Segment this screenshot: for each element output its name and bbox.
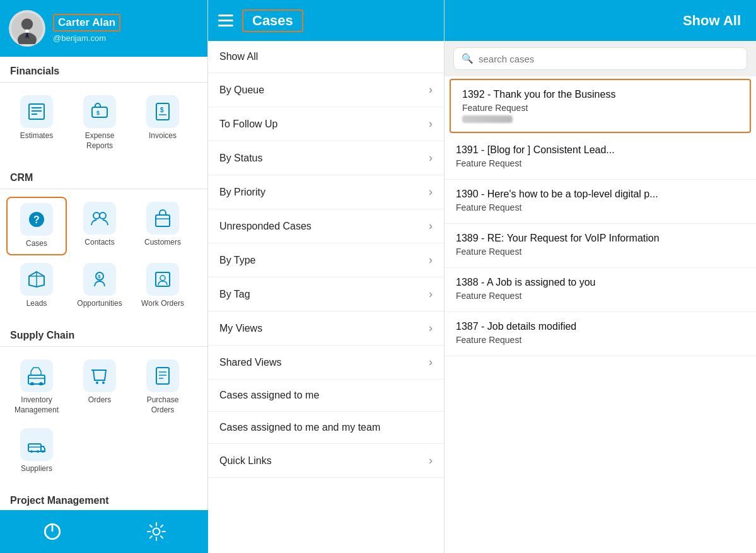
- svg-point-32: [102, 381, 105, 384]
- svg-rect-38: [28, 444, 41, 451]
- sidebar-item-customers[interactable]: Customers: [132, 197, 193, 255]
- hamburger-line-3: [218, 25, 233, 26]
- opps-label: Opportunities: [77, 299, 122, 309]
- power-button[interactable]: [37, 516, 68, 547]
- menu-show-all[interactable]: Show All: [208, 41, 444, 73]
- chevron-icon: ›: [429, 219, 433, 233]
- case-item-1388[interactable]: 1388 - A Job is assigned to you Feature …: [445, 268, 756, 312]
- sidebar-item-work-orders[interactable]: Work Orders: [132, 258, 193, 314]
- menu-by-type[interactable]: By Type ›: [208, 243, 444, 277]
- svg-point-16: [93, 212, 100, 219]
- sidebar-header: Carter Alan @berijam.com: [0, 0, 207, 57]
- hamburger-button[interactable]: [218, 15, 233, 26]
- case-item-1389[interactable]: 1389 - RE: Your Request for VoIP Informa…: [445, 224, 756, 268]
- invoices-icon: $: [153, 102, 172, 121]
- case-title-1388: 1388 - A Job is assigned to you: [456, 277, 745, 288]
- middle-panel: Cases Show All By Queue › To Follow Up ›…: [208, 0, 445, 553]
- sidebar-item-opportunities[interactable]: $ Opportunities: [69, 258, 130, 314]
- svg-rect-34: [156, 368, 169, 384]
- menu-by-queue[interactable]: By Queue ›: [208, 73, 444, 107]
- invoices-label: Invoices: [149, 131, 177, 141]
- case-item-1391[interactable]: 1391 - [Blog for ] Consistent Lead... Fe…: [445, 136, 756, 180]
- search-input[interactable]: [479, 54, 739, 64]
- suppliers-icon: [27, 435, 46, 454]
- orders-icon-box: [83, 359, 116, 392]
- suppliers-icon-box: [20, 428, 53, 461]
- menu-shared-views[interactable]: Shared Views ›: [208, 346, 444, 380]
- sidebar-item-expense-reports[interactable]: $ ExpenseReports: [69, 90, 130, 156]
- menu-by-tag-label: By Tag: [219, 289, 250, 300]
- orders-label: Orders: [88, 395, 112, 405]
- sidebar-item-suppliers[interactable]: Suppliers: [6, 423, 67, 479]
- menu-my-views[interactable]: My Views ›: [208, 311, 444, 346]
- menu-by-status[interactable]: By Status ›: [208, 141, 444, 175]
- cases-label: Cases: [26, 239, 47, 249]
- leads-icon-box: [20, 263, 53, 296]
- crm-divider: [0, 189, 207, 189]
- opps-icon-box: $: [83, 263, 116, 296]
- work-orders-icon: [153, 270, 172, 289]
- menu-shared-views-label: Shared Views: [219, 357, 281, 368]
- svg-text:$: $: [160, 107, 164, 114]
- menu-quick-links[interactable]: Quick Links ›: [208, 444, 444, 478]
- sidebar-item-leads[interactable]: Leads: [6, 258, 67, 314]
- sidebar-item-orders[interactable]: Orders: [69, 354, 130, 420]
- svg-point-28: [30, 382, 34, 385]
- svg-text:$: $: [96, 110, 100, 116]
- sidebar-item-purchase-orders[interactable]: PurchaseOrders: [132, 354, 193, 420]
- menu-assigned-team[interactable]: Cases assigned to me and my team: [208, 412, 444, 444]
- case-title-1391: 1391 - [Blog for ] Consistent Lead...: [456, 144, 745, 156]
- middle-header: Cases: [208, 0, 444, 41]
- sidebar-item-invoices[interactable]: $ Invoices: [132, 90, 193, 156]
- chevron-icon: ›: [429, 288, 433, 301]
- right-header: Show All: [445, 0, 756, 41]
- menu-to-follow-up[interactable]: To Follow Up ›: [208, 107, 444, 141]
- contacts-icon: [90, 209, 109, 228]
- case-type-1390: Feature Request: [456, 202, 745, 212]
- sidebar-item-cases[interactable]: ? Cases: [6, 197, 67, 255]
- crm-grid: ? Cases Contacts: [0, 192, 207, 321]
- power-icon: [42, 521, 62, 542]
- user-info: Carter Alan @berijam.com: [53, 14, 120, 43]
- case-item-1390[interactable]: 1390 - Here's how to be a top-level digi…: [445, 180, 756, 224]
- settings-button[interactable]: [141, 516, 172, 547]
- chevron-icon: ›: [429, 454, 433, 467]
- case-type-1389: Feature Request: [456, 247, 745, 257]
- chevron-icon: ›: [429, 253, 433, 267]
- menu-quick-links-label: Quick Links: [219, 455, 272, 467]
- chevron-icon: ›: [429, 117, 433, 131]
- cases-menu-list: Show All By Queue › To Follow Up › By St…: [208, 41, 444, 553]
- hamburger-line-1: [218, 15, 233, 16]
- case-type-1388: Feature Request: [456, 291, 745, 301]
- cases-icon-box: ?: [20, 203, 53, 236]
- menu-show-all-label: Show All: [219, 51, 258, 62]
- menu-assigned-to-me[interactable]: Cases assigned to me: [208, 380, 444, 412]
- opportunities-icon: $: [90, 270, 109, 289]
- case-type-1387: Feature Request: [456, 335, 745, 345]
- svg-rect-25: [156, 272, 170, 286]
- case-title-1392: 1392 - Thank you for the Business: [462, 89, 738, 100]
- sidebar-item-inventory[interactable]: InventoryManagement: [6, 354, 67, 420]
- chevron-icon: ›: [429, 356, 433, 369]
- menu-by-priority[interactable]: By Priority ›: [208, 175, 444, 209]
- sidebar-item-estimates[interactable]: Estimates: [6, 90, 67, 156]
- chevron-icon: ›: [429, 151, 433, 165]
- purchase-icon-box: [146, 359, 179, 392]
- work-orders-icon-box: [146, 263, 179, 296]
- menu-unresponded[interactable]: Unresponded Cases ›: [208, 209, 444, 243]
- estimates-icon-box: [20, 95, 53, 128]
- financials-grid: Estimates $ ExpenseReports $: [0, 85, 207, 163]
- chevron-icon: ›: [429, 185, 433, 199]
- sidebar: Carter Alan @berijam.com Financials Esti…: [0, 0, 208, 553]
- case-blur-1392: [462, 115, 513, 123]
- purchase-label: PurchaseOrders: [147, 395, 179, 415]
- svg-point-31: [96, 381, 98, 384]
- menu-by-tag[interactable]: By Tag ›: [208, 277, 444, 311]
- menu-my-views-label: My Views: [219, 323, 262, 334]
- sidebar-item-contacts[interactable]: Contacts: [69, 197, 130, 255]
- show-all-button[interactable]: Show All: [683, 13, 741, 29]
- cases-panel-title: Cases: [242, 9, 303, 32]
- case-item-1392[interactable]: 1392 - Thank you for the Business Featur…: [450, 79, 751, 133]
- leads-label: Leads: [26, 299, 47, 309]
- case-item-1387[interactable]: 1387 - Job details modified Feature Requ…: [445, 312, 756, 356]
